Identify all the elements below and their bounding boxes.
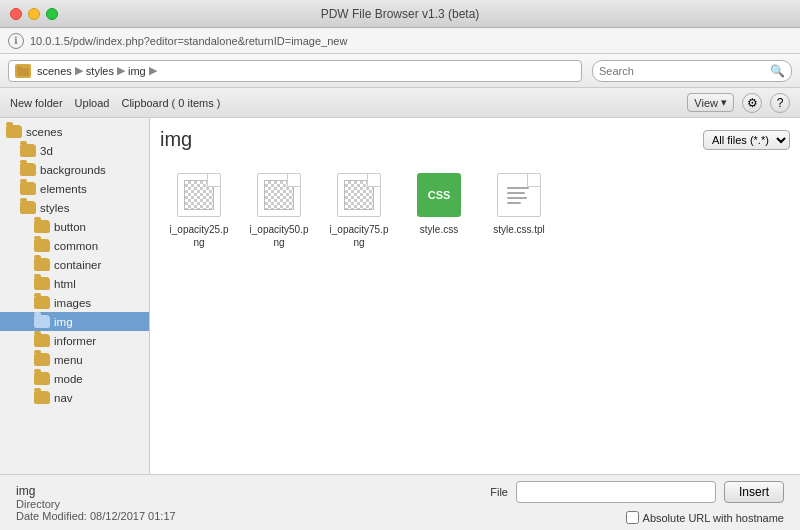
breadcrumb-item-img[interactable]: img [128, 65, 146, 77]
sidebar-label-html: html [54, 278, 76, 290]
sidebar-label-elements: elements [40, 183, 87, 195]
breadcrumb-item-styles[interactable]: styles [86, 65, 114, 77]
sidebar-label-scenes: scenes [26, 126, 62, 138]
breadcrumb-toolbar: scenes ▶ styles ▶ img ▶ 🔍 [0, 54, 800, 88]
absolute-url-checkbox[interactable] [626, 511, 639, 524]
sidebar-item-container[interactable]: container [0, 255, 149, 274]
file-filter-select[interactable]: All files (*.*) [703, 130, 790, 150]
search-input[interactable] [599, 65, 770, 77]
file-label-opacity75: i_opacity75.png [328, 223, 390, 249]
maximize-button[interactable] [46, 8, 58, 20]
main-content: scenes 3d backgrounds elements styles bu… [0, 118, 800, 474]
date-label: Date Modified: [16, 510, 87, 522]
sidebar-label-images: images [54, 297, 91, 309]
file-input[interactable] [516, 481, 716, 503]
help-icon: ? [777, 96, 784, 110]
close-button[interactable] [10, 8, 22, 20]
folder-icon [34, 258, 50, 271]
sidebar-item-3d[interactable]: 3d [0, 141, 149, 160]
file-icon-css: CSS [415, 171, 463, 219]
breadcrumb-folder-icon [15, 64, 31, 78]
file-item-opacity75[interactable]: i_opacity75.png [324, 167, 394, 253]
file-item-opacity50[interactable]: i_opacity50.png [244, 167, 314, 253]
search-bar[interactable]: 🔍 [592, 60, 792, 82]
search-icon: 🔍 [770, 64, 785, 78]
action-bar-right: View ▾ ⚙ ? [687, 93, 790, 113]
breadcrumb[interactable]: scenes ▶ styles ▶ img ▶ [8, 60, 582, 82]
sidebar-item-informer[interactable]: informer [0, 331, 149, 350]
settings-button[interactable]: ⚙ [742, 93, 762, 113]
sidebar-item-mode[interactable]: mode [0, 369, 149, 388]
sidebar-label-common: common [54, 240, 98, 252]
file-label-opacity25: i_opacity25.png [168, 223, 230, 249]
traffic-lights [10, 8, 58, 20]
status-type: Directory [16, 498, 216, 510]
status-bar: img Directory Date Modified: 08/12/2017 … [0, 474, 800, 530]
folder-icon [34, 391, 50, 404]
file-label-style-css-tpl: style.css.tpl [493, 223, 545, 236]
file-item-opacity25[interactable]: i_opacity25.png [164, 167, 234, 253]
view-label: View [694, 97, 718, 109]
file-label-opacity50: i_opacity50.png [248, 223, 310, 249]
sidebar-item-images[interactable]: images [0, 293, 149, 312]
folder-icon [34, 315, 50, 328]
sidebar-item-html[interactable]: html [0, 274, 149, 293]
new-folder-button[interactable]: New folder [10, 97, 63, 109]
svg-rect-1 [17, 66, 22, 69]
svg-rect-0 [17, 68, 29, 76]
file-grid: i_opacity25.png i_opacity50.png i_ [160, 163, 790, 257]
sidebar-item-scenes[interactable]: scenes [0, 122, 149, 141]
sidebar-label-button: button [54, 221, 86, 233]
breadcrumb-item-scenes[interactable]: scenes [37, 65, 72, 77]
window-title: PDW File Browser v1.3 (beta) [321, 7, 480, 21]
sidebar-item-common[interactable]: common [0, 236, 149, 255]
sidebar-item-img[interactable]: img [0, 312, 149, 331]
sidebar-label-styles: styles [40, 202, 69, 214]
gear-icon: ⚙ [747, 96, 758, 110]
sidebar-item-button[interactable]: button [0, 217, 149, 236]
sidebar-item-styles[interactable]: styles [0, 198, 149, 217]
file-label-text: File [490, 486, 508, 498]
file-item-style-css[interactable]: CSS style.css [404, 167, 474, 253]
folder-icon [34, 277, 50, 290]
help-button[interactable]: ? [770, 93, 790, 113]
folder-icon [20, 144, 36, 157]
folder-icon [34, 220, 50, 233]
status-date: Date Modified: 08/12/2017 01:17 [16, 510, 216, 522]
sidebar-label-menu: menu [54, 354, 83, 366]
sidebar-item-menu[interactable]: menu [0, 350, 149, 369]
sidebar-item-backgrounds[interactable]: backgrounds [0, 160, 149, 179]
folder-icon [34, 296, 50, 309]
css-icon: CSS [417, 173, 461, 217]
status-name: img [16, 484, 216, 498]
insert-button[interactable]: Insert [724, 481, 784, 503]
tpl-icon [497, 173, 541, 217]
file-icon-tpl [495, 171, 543, 219]
absolute-url-label: Absolute URL with hostname [643, 512, 784, 524]
sidebar-item-elements[interactable]: elements [0, 179, 149, 198]
file-icon-png [175, 171, 223, 219]
file-area: img All files (*.*) i_opacity25.png [150, 118, 800, 474]
absolute-url-row: Absolute URL with hostname [626, 511, 784, 524]
sidebar-item-nav[interactable]: nav [0, 388, 149, 407]
folder-icon [34, 372, 50, 385]
file-item-style-css-tpl[interactable]: style.css.tpl [484, 167, 554, 253]
folder-icon [34, 353, 50, 366]
url-text: 10.0.1.5/pdw/index.php?editor=standalone… [30, 35, 347, 47]
upload-button[interactable]: Upload [75, 97, 110, 109]
sidebar-label-img: img [54, 316, 73, 328]
sidebar-label-container: container [54, 259, 101, 271]
file-icon-png [255, 171, 303, 219]
sidebar-label-informer: informer [54, 335, 96, 347]
sidebar: scenes 3d backgrounds elements styles bu… [0, 118, 150, 474]
status-left: img Directory Date Modified: 08/12/2017 … [16, 484, 216, 522]
view-button[interactable]: View ▾ [687, 93, 734, 112]
folder-icon [20, 182, 36, 195]
url-bar: ℹ 10.0.1.5/pdw/index.php?editor=standalo… [0, 28, 800, 54]
clipboard-button[interactable]: Clipboard ( 0 items ) [121, 97, 220, 109]
folder-icon [20, 163, 36, 176]
status-right: File Insert Absolute URL with hostname [224, 481, 784, 524]
sidebar-label-backgrounds: backgrounds [40, 164, 106, 176]
minimize-button[interactable] [28, 8, 40, 20]
file-label-style-css: style.css [420, 223, 458, 236]
